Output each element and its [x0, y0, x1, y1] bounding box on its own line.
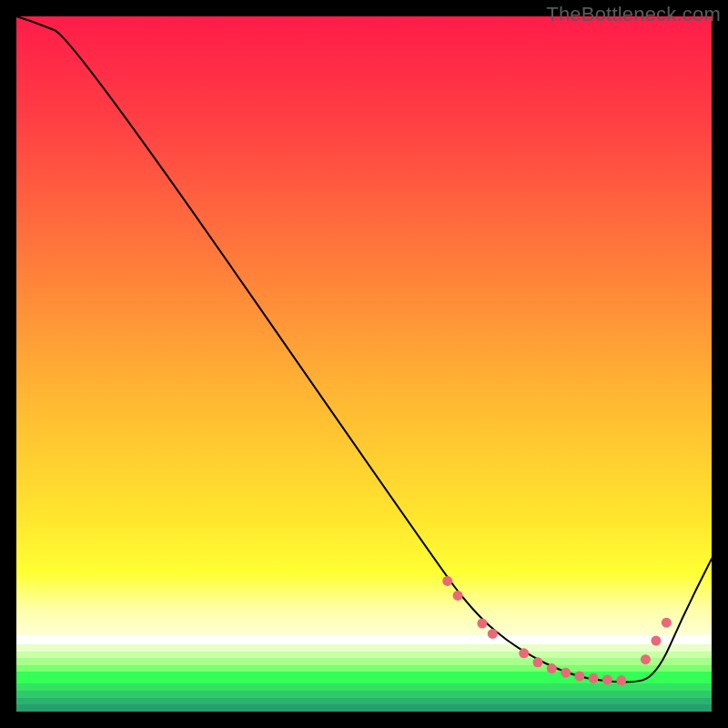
- marker-dot: [641, 654, 651, 664]
- marker-dot: [574, 672, 584, 682]
- marker-dot: [547, 663, 557, 673]
- marker-dot: [662, 618, 672, 628]
- marker-dot: [533, 657, 543, 667]
- watermark-text: TheBottleneck.com: [546, 3, 721, 26]
- marker-dot: [488, 629, 498, 639]
- plot-area: [16, 16, 712, 712]
- marker-dot: [616, 675, 626, 685]
- marker-dot: [602, 674, 612, 684]
- marker-dot: [589, 673, 599, 683]
- marker-dot: [651, 636, 661, 646]
- chart-container: TheBottleneck.com: [0, 0, 728, 728]
- marker-dot: [561, 668, 571, 678]
- marker-dot: [519, 648, 529, 658]
- bottleneck-curve: [16, 16, 712, 712]
- marker-dot: [477, 619, 487, 629]
- curve-path: [16, 16, 712, 682]
- marker-dot: [442, 576, 452, 586]
- marker-dot: [453, 591, 463, 601]
